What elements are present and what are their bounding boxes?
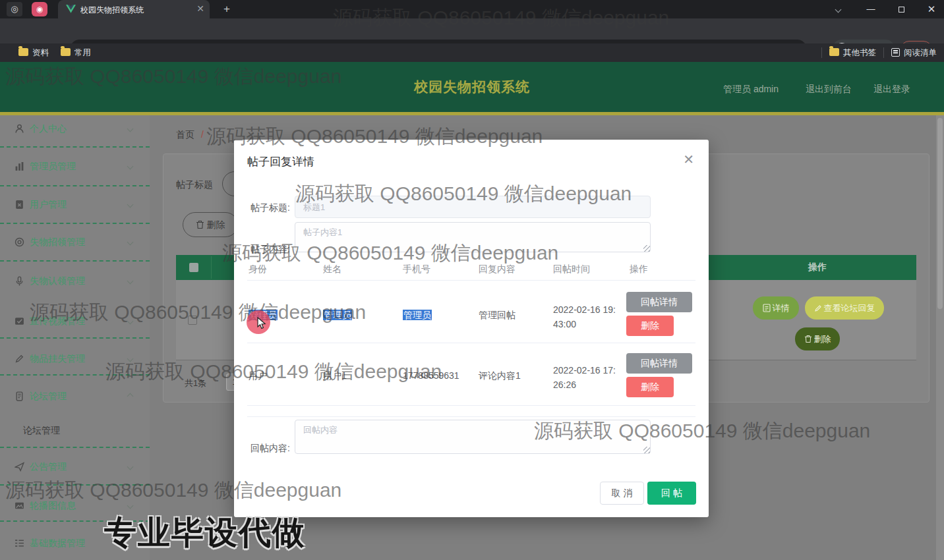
- divider: [0, 223, 150, 224]
- page-scrollbar[interactable]: [936, 115, 944, 560]
- post-reply-dialog: 帖子回复详情 ✕ 帖子标题: 帖子内容: 身份 姓名 手机号 回复内容 回帖时间…: [234, 140, 709, 517]
- col-content: 回复内容: [479, 264, 516, 275]
- divider: [247, 343, 695, 343]
- select-all-checkbox[interactable]: [189, 263, 198, 272]
- col-name: 姓名: [323, 264, 341, 275]
- reply-delete-button-2[interactable]: 删除: [626, 377, 674, 397]
- user-icon: [15, 124, 24, 134]
- sidebar-item-lost-found-manage[interactable]: 失物招领管理: [0, 229, 150, 256]
- browser-app-icon[interactable]: ◎: [7, 2, 22, 16]
- sidebar-item-user-manage[interactable]: 用户管理: [0, 192, 150, 218]
- pen-icon: [15, 354, 24, 364]
- window-close-button[interactable]: ✕: [916, 0, 944, 18]
- sidebar-item-report-loss-manage[interactable]: 物品挂失管理: [0, 346, 150, 372]
- reply-delete-button-1[interactable]: 删除: [626, 316, 674, 336]
- vue-logo-icon: [66, 5, 76, 13]
- sidebar-item-notice-manage[interactable]: 公告管理: [0, 454, 150, 480]
- sidebar: 个人中心 管理员管理 用户管理 失物招领管理 失物认领管理 宣传视频管理 物品挂…: [0, 115, 150, 560]
- new-tab-button[interactable]: +: [219, 2, 235, 18]
- divider: [821, 47, 822, 58]
- pagination-total: 共1条: [185, 378, 206, 389]
- reply-detail-button-2[interactable]: 回帖详情: [626, 353, 692, 374]
- folder-icon: [61, 48, 71, 56]
- breadcrumb-separator: /: [201, 129, 204, 140]
- reading-list[interactable]: 阅读清单: [891, 47, 937, 59]
- microphone-icon: [15, 276, 24, 286]
- resize-grip[interactable]: [643, 245, 650, 252]
- reply-content-label: 回帖内容:: [204, 443, 290, 455]
- sidebar-item-forum-manage[interactable]: 论坛管理: [0, 383, 150, 410]
- trash-icon: [196, 220, 204, 229]
- divider: [0, 146, 150, 148]
- cell-phone-2: 17788559631: [403, 370, 459, 381]
- col-ops: 操作: [630, 264, 648, 275]
- sidebar-item-admin-manage[interactable]: 管理员管理: [0, 154, 150, 180]
- dialog-close-icon[interactable]: ✕: [683, 152, 694, 167]
- row-delete-button[interactable]: 删除: [795, 327, 840, 350]
- row-checkbox[interactable]: [188, 316, 197, 325]
- view-forum-reply-button[interactable]: 查看论坛回复: [805, 296, 884, 320]
- ops-column-header: 操作: [719, 262, 916, 273]
- sidebar-item-promo-video-manage[interactable]: 宣传视频管理: [0, 308, 150, 335]
- divider: [247, 280, 695, 281]
- sidebar-subitem-forum-manage[interactable]: 论坛管理: [23, 425, 60, 437]
- browser-tab[interactable]: 校园失物招领系统 ✕: [58, 0, 210, 18]
- bulk-delete-button[interactable]: 删除: [183, 212, 238, 237]
- mouse-cursor-icon: [256, 317, 268, 330]
- detail-button[interactable]: 详情: [753, 296, 799, 320]
- divider: [0, 447, 150, 448]
- post-content-textarea[interactable]: [295, 222, 651, 252]
- col-identity: 身份: [249, 264, 267, 275]
- window-menu-chevron[interactable]: [823, 0, 853, 18]
- window-minimize-button[interactable]: —: [856, 0, 886, 18]
- divider: [0, 337, 150, 339]
- dialog-title: 帖子回复详情: [247, 154, 314, 169]
- logout-link[interactable]: 退出登录: [873, 84, 910, 96]
- divider: [247, 416, 695, 417]
- search-label: 帖子标题: [176, 179, 213, 191]
- breadcrumb: 首页 /: [176, 129, 204, 141]
- cancel-button[interactable]: 取 消: [600, 482, 644, 505]
- col-phone: 手机号: [403, 264, 430, 275]
- image-icon: [15, 501, 24, 511]
- exit-to-front-link[interactable]: 退出到前台: [806, 84, 852, 96]
- sidebar-item-personal-center[interactable]: 个人中心: [0, 116, 150, 142]
- chart-icon: [15, 161, 24, 171]
- cell-name-1: 管理员: [323, 310, 352, 322]
- trash-icon: [804, 335, 812, 343]
- pinned-app-icon[interactable]: ◉: [32, 2, 47, 16]
- scrollbar-thumb[interactable]: [937, 118, 943, 309]
- reply-detail-button-1[interactable]: 回帖详情: [626, 292, 692, 312]
- col-time: 回帖时间: [553, 264, 590, 275]
- divider: [0, 260, 150, 262]
- tab-close-icon[interactable]: ✕: [196, 3, 204, 14]
- bookmark-folder-2[interactable]: 常用: [61, 47, 91, 59]
- breadcrumb-home[interactable]: 首页: [176, 129, 194, 140]
- cell-identity-2: 用户: [249, 370, 267, 382]
- resize-grip[interactable]: [643, 447, 650, 453]
- list-icon: [15, 538, 24, 548]
- tab-title: 校园失物招领系统: [80, 5, 186, 16]
- watermark-big: 专业毕设代做: [104, 511, 306, 555]
- reply-content-textarea[interactable]: [295, 420, 651, 454]
- divider: [0, 484, 150, 486]
- cell-name-2: 用户1: [323, 370, 347, 382]
- video-check-icon: [15, 316, 24, 326]
- post-title-label: 帖子标题:: [204, 202, 290, 214]
- other-bookmarks[interactable]: 其他书签: [829, 47, 876, 59]
- bookmarks-bar: 资料 常用 其他书签 阅读清单: [0, 43, 944, 62]
- divider: [0, 374, 150, 376]
- post-content-label: 帖子内容:: [204, 244, 290, 256]
- forum-icon: [15, 391, 24, 401]
- reply-submit-button[interactable]: 回 帖: [647, 482, 696, 505]
- sidebar-item-claim-manage[interactable]: 失物认领管理: [0, 268, 150, 294]
- bookmark-folder-1[interactable]: 资料: [18, 47, 49, 59]
- reading-list-icon: [891, 48, 900, 57]
- post-title-input[interactable]: [295, 196, 651, 218]
- cell-phone-1: 管理员: [403, 310, 432, 322]
- send-icon: [15, 462, 24, 472]
- divider: [0, 185, 150, 186]
- window-restore-button[interactable]: [886, 0, 916, 18]
- divider: [247, 405, 695, 406]
- browser-tab-bar: ◎ ◉ 校园失物招领系统 ✕ + — ✕: [0, 0, 944, 18]
